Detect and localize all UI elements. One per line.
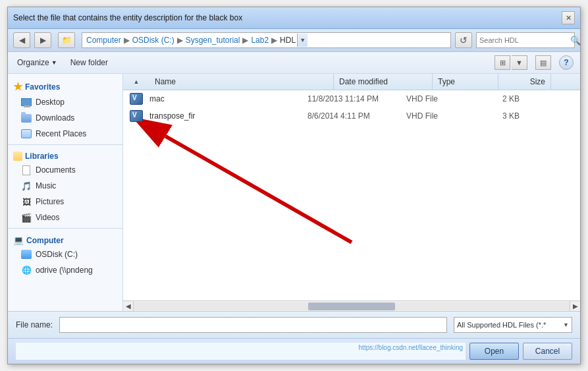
filename-input[interactable]	[59, 317, 447, 333]
action-buttons: https://blog.csdn.net/llacee_thinking Op…	[8, 338, 580, 364]
search-bar: 🔍	[476, 32, 575, 48]
recent-places-icon	[21, 128, 32, 139]
search-input[interactable]	[479, 36, 570, 44]
h-scrollbar: ◀ ▶	[123, 300, 580, 311]
main-content: ★ Favorites Desktop Downloads Recent Pl	[8, 74, 580, 311]
sort-indicator: ▲	[134, 78, 140, 85]
file-list-header: ▲ Name Date modified Type Size	[123, 74, 580, 90]
folder-icon: 📁	[58, 32, 75, 48]
desktop-icon	[21, 97, 32, 107]
view-buttons: ⊞ ▼	[494, 55, 527, 70]
documents-icon	[21, 165, 32, 175]
back-button[interactable]: ◀	[13, 32, 30, 48]
favorites-star-icon: ★	[13, 80, 22, 93]
sidebar-item-odrive[interactable]: 🌐 odrive (\\pndeng	[8, 262, 122, 278]
sidebar-item-osdisk[interactable]: OSDisk (C:)	[8, 246, 122, 262]
open-button[interactable]: Open	[469, 343, 519, 360]
h-scroll-left-button[interactable]: ◀	[123, 301, 134, 312]
osdisk-icon	[21, 249, 32, 260]
watermark: https://blog.csdn.net/llacee_thinking	[16, 343, 466, 360]
filetype-dropdown-arrow: ▼	[563, 322, 569, 328]
music-icon: 🎵	[21, 181, 32, 191]
col-header-size[interactable]: Size	[498, 74, 551, 90]
col-header-date[interactable]: Date modified	[334, 74, 433, 90]
breadcrumb-lab2[interactable]: Lab2	[251, 36, 269, 45]
view-list-button[interactable]: ▤	[535, 55, 551, 70]
downloads-icon	[21, 113, 32, 123]
close-button[interactable]: ✕	[562, 11, 575, 24]
file-size-mac: 2 KB	[472, 94, 525, 103]
file-date-mac: 11/8/2013 11:14 PM	[307, 94, 406, 103]
view-grid-button[interactable]: ⊞	[494, 55, 510, 70]
h-scroll-thumb[interactable]	[308, 302, 395, 310]
videos-icon: 🎬	[21, 212, 32, 223]
filename-label: File name:	[16, 320, 53, 329]
computer-header[interactable]: 💻 Computer	[8, 231, 122, 246]
search-icon[interactable]: 🔍	[570, 36, 581, 45]
sidebar-item-videos[interactable]: 🎬 Videos	[8, 210, 122, 225]
new-folder-button[interactable]: New folder	[68, 57, 111, 69]
libraries-header[interactable]: Libraries	[8, 148, 122, 162]
favorites-header[interactable]: ★ Favorites	[8, 76, 122, 94]
forward-button[interactable]: ▶	[34, 32, 51, 48]
file-icon-transpose	[123, 110, 149, 122]
breadcrumb: Computer ▶ OSDisk (C:) ▶ Sysgen_tutorial…	[82, 32, 451, 48]
breadcrumb-dropdown[interactable]: ▼	[297, 34, 307, 47]
odrive-icon: 🌐	[21, 265, 32, 275]
file-area: ▲ Name Date modified Type Size mac 11/8/…	[123, 74, 580, 311]
organize-button[interactable]: Organize ▼	[14, 57, 60, 69]
sidebar-item-pictures[interactable]: 🖼 Pictures	[8, 194, 122, 210]
h-scroll-right-button[interactable]: ▶	[570, 301, 580, 312]
bottom-bar: File name: All Supported HDL Files (*.* …	[8, 311, 580, 338]
file-size-transpose: 3 KB	[472, 111, 525, 121]
file-name-mac: mac	[149, 94, 307, 103]
sidebar-item-documents[interactable]: Documents	[8, 162, 122, 178]
toolbar: Organize ▼ New folder ⊞ ▼ ▤ ?	[8, 52, 580, 74]
file-type-mac: VHD File	[406, 94, 472, 103]
file-icon-mac	[123, 93, 149, 105]
file-item-mac[interactable]: mac 11/8/2013 11:14 PM VHD File 2 KB	[123, 90, 580, 107]
breadcrumb-computer[interactable]: Computer	[86, 36, 121, 45]
refresh-button[interactable]: ↺	[455, 32, 472, 48]
file-list: mac 11/8/2013 11:14 PM VHD File 2 KB tra…	[123, 90, 580, 300]
file-date-transpose: 8/6/2014 4:11 PM	[307, 111, 406, 121]
col-header-type[interactable]: Type	[433, 74, 498, 90]
sidebar: ★ Favorites Desktop Downloads Recent Pl	[8, 74, 123, 311]
cancel-button[interactable]: Cancel	[523, 343, 572, 360]
breadcrumb-osdisk[interactable]: OSDisk (C:)	[132, 36, 174, 45]
sidebar-item-downloads[interactable]: Downloads	[8, 110, 122, 126]
file-name-transpose: transpose_fir	[149, 111, 307, 121]
view-dropdown-button[interactable]: ▼	[512, 55, 527, 70]
breadcrumb-sysgen[interactable]: Sysgen_tutorial	[186, 36, 240, 45]
dialog-title: Select the file that contains the entity…	[13, 13, 242, 22]
title-bar: Select the file that contains the entity…	[8, 7, 580, 29]
address-bar: ◀ ▶ 📁 Computer ▶ OSDisk (C:) ▶ Sysgen_tu…	[8, 29, 580, 52]
file-type-transpose: VHD File	[406, 111, 472, 121]
breadcrumb-hdl: HDL	[280, 36, 296, 45]
sidebar-item-recent-places[interactable]: Recent Places	[8, 126, 122, 142]
help-button[interactable]: ?	[559, 55, 574, 70]
pictures-icon: 🖼	[21, 196, 32, 207]
file-item-transpose[interactable]: transpose_fir 8/6/2014 4:11 PM VHD File …	[123, 107, 580, 125]
h-scroll-track	[134, 302, 570, 310]
sidebar-item-desktop[interactable]: Desktop	[8, 94, 122, 110]
col-header-name[interactable]: Name	[149, 74, 334, 90]
file-list-area: ▲ Name Date modified Type Size mac 11/8/…	[123, 74, 580, 311]
filetype-dropdown[interactable]: All Supported HDL Files (*.* ▼	[454, 317, 572, 333]
sidebar-item-music[interactable]: 🎵 Music	[8, 178, 122, 194]
